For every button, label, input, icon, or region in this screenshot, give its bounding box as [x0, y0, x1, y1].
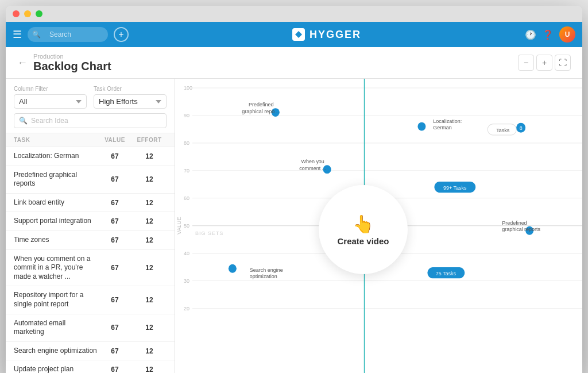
maximize-dot[interactable]: [36, 10, 42, 17]
table-row[interactable]: Localization: German 67 12: [6, 147, 175, 166]
logo-icon: [292, 28, 305, 41]
task-effort: 12: [132, 324, 167, 332]
task-effort: 12: [132, 175, 167, 183]
nav-center: HYGGER: [134, 28, 519, 41]
avatar[interactable]: U: [559, 26, 575, 43]
table-row[interactable]: Link board entity 67 12: [6, 194, 175, 213]
search-icon: 🔍: [32, 30, 41, 39]
nav-right-area: 🕐 ❓ U: [525, 26, 575, 43]
th-effort: EFFORT: [132, 137, 167, 143]
svg-text:Predefined: Predefined: [502, 220, 527, 225]
task-name: Search engine optimization: [14, 347, 98, 356]
header-actions: − + ⛶: [518, 55, 571, 71]
task-name: Predefined graphical reports: [14, 171, 98, 189]
task-effort: 12: [132, 236, 167, 244]
svg-text:Tasks: Tasks: [496, 127, 509, 133]
svg-text:100: 100: [184, 85, 192, 91]
app-logo: HYGGER: [310, 29, 361, 41]
task-effort: 12: [132, 199, 167, 207]
svg-text:graphical repo ...: graphical repo ...: [242, 108, 280, 114]
back-button[interactable]: ←: [17, 57, 28, 69]
svg-text:Predefined: Predefined: [249, 102, 273, 107]
table-row[interactable]: When you comment on a commit in a PR, yo…: [6, 250, 175, 287]
breadcrumb-parent: Production: [33, 53, 111, 60]
svg-text:20: 20: [184, 305, 189, 311]
table-row[interactable]: Search engine optimization 67 12: [6, 342, 175, 361]
search-wrap: 🔍: [14, 113, 167, 128]
search-area: 🔍: [6, 113, 175, 133]
svg-text:graphical reports: graphical reports: [502, 226, 540, 232]
task-name: Support portal integration: [14, 217, 98, 226]
breadcrumb: ← Production Backlog Chart: [17, 53, 111, 73]
table-row[interactable]: Support portal integration 67 12: [6, 212, 175, 231]
task-effort: 12: [132, 366, 167, 373]
table-header: TASK VALUE EFFORT: [6, 133, 175, 147]
svg-text:80: 80: [184, 140, 189, 146]
task-name: Time zones: [14, 236, 98, 245]
chart-area[interactable]: 100 90 80 70 60 50 40 30 20 VALUE: [175, 79, 582, 373]
task-name: Automated email marketing: [14, 319, 98, 337]
table-row[interactable]: Update project plan 67 12: [6, 360, 175, 373]
zoom-out-button[interactable]: −: [518, 55, 534, 71]
breadcrumb-text: Production Backlog Chart: [33, 53, 111, 73]
top-navigation: ☰ 🔍 + HYGGER 🕐 ❓ U: [6, 22, 582, 47]
svg-text:comment ...: comment ...: [299, 165, 326, 171]
task-order-select[interactable]: High Efforts: [94, 94, 167, 109]
column-filter-label: Column Filter: [14, 86, 87, 92]
task-effort: 12: [132, 152, 167, 160]
task-name: Localization: German: [14, 152, 98, 161]
minimize-dot[interactable]: [24, 10, 31, 17]
app-window: ☰ 🔍 + HYGGER 🕐 ❓ U ← Production Backlog …: [6, 6, 582, 373]
svg-text:99+ Tasks: 99+ Tasks: [443, 185, 467, 191]
hamburger-icon[interactable]: ☰: [13, 28, 22, 41]
svg-text:Localization:: Localization:: [433, 118, 462, 124]
add-button[interactable]: +: [114, 27, 129, 42]
task-value: 67: [98, 296, 132, 304]
sidebar: Column Filter All Task Order High Effort…: [6, 79, 175, 373]
th-value: VALUE: [98, 137, 132, 143]
task-effort: 12: [132, 296, 167, 304]
table-row[interactable]: Repository import for a single point rep…: [6, 286, 175, 314]
table-row[interactable]: Time zones 67 12: [6, 231, 175, 250]
svg-point-31: [229, 264, 237, 273]
task-name: Update project plan: [14, 365, 98, 373]
close-dot[interactable]: [13, 10, 20, 17]
filter-area: Column Filter All Task Order High Effort…: [6, 79, 175, 113]
svg-text:70: 70: [184, 168, 189, 174]
svg-text:50: 50: [184, 223, 189, 229]
svg-text:optimization: optimization: [250, 274, 277, 279]
page-title: Backlog Chart: [33, 60, 111, 73]
task-value: 67: [98, 347, 132, 355]
backlog-chart: 100 90 80 70 60 50 40 30 20 VALUE: [175, 79, 582, 373]
task-order-label: Task Order: [94, 86, 167, 92]
svg-text:BIG SETS: BIG SETS: [195, 230, 223, 236]
column-filter-select[interactable]: All: [14, 94, 87, 109]
zoom-in-button[interactable]: +: [536, 55, 552, 71]
task-value: 67: [98, 366, 132, 373]
task-value: 67: [98, 236, 132, 244]
svg-text:When you: When you: [301, 159, 324, 164]
column-filter-group: Column Filter All: [14, 86, 87, 109]
task-name: Link board entity: [14, 198, 98, 207]
svg-text:75 Tasks: 75 Tasks: [436, 271, 457, 276]
task-value: 67: [98, 199, 132, 207]
svg-text:90: 90: [184, 113, 189, 118]
page-header: ← Production Backlog Chart − + ⛶: [6, 47, 582, 79]
task-effort: 12: [132, 347, 167, 355]
task-value: 67: [98, 175, 132, 183]
task-name: Repository import for a single point rep…: [14, 291, 98, 309]
task-rows: Localization: German 67 12 Predefined gr…: [6, 147, 175, 373]
titlebar: [6, 6, 582, 22]
table-row[interactable]: Automated email marketing 67 12: [6, 314, 175, 342]
clock-icon[interactable]: 🕐: [525, 29, 536, 40]
svg-point-34: [356, 226, 364, 235]
svg-text:VALUE: VALUE: [176, 217, 182, 234]
fullscreen-button[interactable]: ⛶: [555, 55, 571, 71]
svg-text:Search engine: Search engine: [250, 267, 283, 272]
search-input[interactable]: [31, 117, 161, 125]
search-icon: 🔍: [19, 117, 28, 125]
table-row[interactable]: Predefined graphical reports 67 12: [6, 166, 175, 194]
task-effort: 12: [132, 264, 167, 272]
top-search-input[interactable]: [44, 27, 103, 42]
help-icon[interactable]: ❓: [542, 29, 554, 40]
